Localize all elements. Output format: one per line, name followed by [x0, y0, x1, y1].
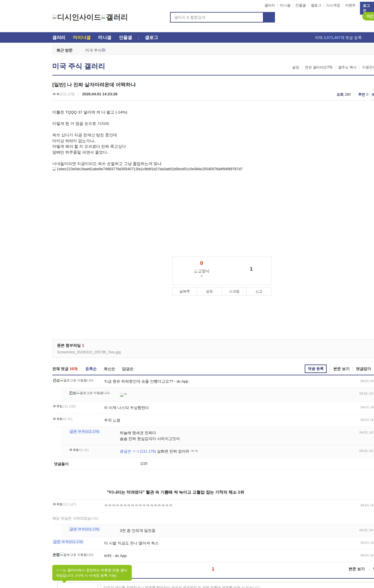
- broken-image-icon: [194, 269, 198, 273]
- util-link-gallog[interactable]: 갤로그: [311, 3, 321, 7]
- divider: |: [308, 4, 309, 7]
- view-post-link[interactable]: 본문 보기: [333, 366, 350, 372]
- dcinside-page: 갤러리|미니갤|인물갤|갤로그|디시게임|이벤트|디시콘 로그인 야간 모드 디…: [0, 0, 374, 588]
- comment-row: ㅇㅇ2(61.41) 주작 노잼 04.01 14: [52, 414, 374, 427]
- views-label: 조회: [337, 92, 344, 97]
- op-badge: 글쓴: [70, 527, 77, 531]
- comment-author[interactable]: 긴쇼갤로그로 이동합니다.: [69, 391, 115, 395]
- recent-visit-gallery-link[interactable]: 미국 주식ⓜ: [85, 48, 105, 53]
- comment-text: 지금 원유 하락중인데 숏을 안뺐다고요?? - dc App: [104, 379, 354, 384]
- attachment-box: 원본 첨부파일1 Screenshot_20230310_205735_Toss…: [52, 339, 374, 358]
- guide-link[interactable]: 이용안내: [362, 65, 374, 69]
- utility-links: 갤러리|미니갤|인물갤|갤로그|디시게임|이벤트|디시콘: [264, 3, 371, 8]
- comment-author[interactable]: ㅇㅇ3(121.147): [53, 502, 99, 506]
- search-button[interactable]: [264, 12, 275, 23]
- post-body-line: 이렇게 된 거 영끌 숏으로 가자며: [52, 121, 374, 127]
- post-body: 이틀전 TQQQ 37 달러에 싹 다 팔고 (-14%)이렇게 된 거 영끌 …: [52, 109, 374, 166]
- comment-row: 글쓴 ㅇㅇ(211.176) 아 시발 지금도 존나 떨어져 쏙스 04.01 …: [52, 537, 374, 550]
- util-link-dcgame[interactable]: 디시게임: [326, 3, 340, 7]
- post-body-line: [52, 115, 374, 121]
- broken-image-icon: [52, 15, 57, 19]
- comment-textarea[interactable]: [100, 582, 374, 588]
- close-comments-link[interactable]: 댓글닫기: [356, 366, 371, 372]
- post-title: [일반] 나 진짜 살자마려운데 어떡하냐: [52, 81, 374, 88]
- report-button[interactable]: 신고: [247, 287, 271, 295]
- sort-newest[interactable]: 최신순: [104, 366, 115, 372]
- comment-author[interactable]: ㅇㅇ2(61.41): [53, 417, 99, 421]
- view-post-link[interactable]: 본문 보기: [349, 567, 365, 571]
- comment-paging-row: 댓글돌이 1/20: [52, 458, 374, 470]
- nav-mini-gallery[interactable]: 미니갤: [98, 35, 111, 40]
- comment-author[interactable]: ㅇㅇ2(61.41): [69, 448, 115, 452]
- util-link-gallery[interactable]: 갤러리: [264, 3, 275, 7]
- copy-url-link[interactable]: 갤주소 복사: [338, 65, 356, 69]
- comment-row: 긴쇼갤로그로 이동합니다. 지금 원유 하락중인데 숏을 안뺐다고요?? - d…: [52, 375, 374, 388]
- comment-row: ㅇㅇ1(211.235) 어 이제 나스닥 우상향한다 04.01 14: [52, 402, 374, 414]
- attachment-count: 1: [82, 343, 84, 348]
- comment-author[interactable]: 긴쇼갤로그로 이동합니다.: [53, 378, 99, 382]
- related-galleries-link[interactable]: 연관 갤러리(1/79): [305, 65, 333, 69]
- comment-text: @글쓴 ㅇㅇ(211.176) 실화면 진짜 접어라 ㅋㅋ: [120, 448, 353, 454]
- post-body-line: [52, 127, 374, 133]
- attachment-filename[interactable]: Screenshot_20230310_205735_Toss.jpg: [57, 350, 374, 354]
- deleted-comment-row: 해당 댓글은 삭제되었습니다.: [52, 512, 374, 525]
- comment-date: 04.01 14: [361, 541, 374, 544]
- util-link-persongal[interactable]: 인물갤: [295, 3, 306, 7]
- comment-author[interactable]: ㅇㅇ1(211.235): [53, 404, 99, 408]
- divider: |: [359, 65, 360, 69]
- comment-jump-button[interactable]: 댓글: [370, 89, 374, 100]
- comment-author-op[interactable]: 글쓴 ㅇㅇ(211.176): [69, 429, 115, 434]
- nav-person-gallery[interactable]: 인물갤: [119, 35, 132, 40]
- comments-total: 전체 댓글 10개: [52, 367, 78, 371]
- post-body-line: 어떻게 해야 할 지 모르겠다 진짜 죽고싶다: [52, 144, 374, 149]
- comment-author-op[interactable]: 글쓴 ㅇㅇ(211.176): [69, 527, 115, 531]
- post-body-line: 이틀전 TQQQ 37 달러에 싹 다 팔고 (-14%): [52, 109, 374, 115]
- comment-author-op[interactable]: 글쓴 ㅇㅇ(211.176): [53, 540, 99, 544]
- nav-gallog[interactable]: 갤로그: [145, 35, 158, 40]
- divider: |: [352, 366, 353, 372]
- comment-date: 04.01 14: [361, 553, 374, 557]
- fixed-nick-label: 고정닉: [198, 269, 209, 273]
- comment-text: 버텨 - dc App: [104, 553, 354, 559]
- site-logo[interactable]: 디시인사이드갤러리: [52, 12, 128, 22]
- comment-date: 04.01 14:2: [359, 392, 374, 395]
- comment-register-button[interactable]: 댓글 등록: [305, 365, 327, 373]
- sort-registered[interactable]: 등록순: [85, 366, 97, 372]
- divider: |: [354, 92, 355, 97]
- scrap-button[interactable]: 스크랩: [222, 287, 247, 295]
- post-stats: 조회280 | 추천0: [337, 92, 368, 97]
- fixed-nick-upvote-count: 0: [184, 274, 219, 278]
- comment-author[interactable]: 순컴갤로그로 이동합니다.: [53, 552, 99, 557]
- op-badge: 글쓴: [53, 540, 60, 544]
- comments-header: 전체 댓글 10개 등록순 최신순 답글순 댓글 등록 | 본문 보기 | 댓글…: [52, 366, 374, 375]
- broken-image-icon: [60, 378, 63, 381]
- divider: |: [358, 4, 359, 7]
- post-body-line: [52, 155, 374, 161]
- minor-gallery-badge-icon: ⓜ: [102, 48, 105, 52]
- silbechu-button[interactable]: 실베추: [172, 287, 197, 295]
- post-header: [일반] 나 진짜 살자마려운데 어떡하냐 ㅇㅇ(211.176) | 2026…: [52, 75, 374, 101]
- broken-image-alt-text: 1ebec223e0dc2bae61abe9e74683776d35540713…: [57, 167, 243, 171]
- ad-block: "미나리는 약과였다" 혈관 속 기름때 싹 녹이고 고혈압 잡는 기적의 채소…: [52, 470, 374, 500]
- post-author[interactable]: ㅇㅇ: [52, 92, 60, 96]
- nav-gallery[interactable]: 갤러리: [52, 35, 65, 40]
- util-link-event[interactable]: 이벤트: [345, 3, 356, 7]
- sort-replies[interactable]: 답글순: [122, 366, 134, 372]
- comment-list: 긴쇼갤로그로 이동합니다. 지금 원유 하락중인데 숏을 안뺐다고요?? - d…: [52, 375, 374, 562]
- nickname-input[interactable]: [57, 582, 98, 588]
- search-input[interactable]: [170, 12, 264, 23]
- comment-text: 하늘에 맹세코 진짜다슬슬 진짜 현실감각이 사라지고잇어: [120, 430, 353, 442]
- reply-group: 글쓴 ㅇㅇ(211.176) 3천 좀 안되게 잃엇음 04.01 14:2: [62, 525, 374, 537]
- mention-link[interactable]: @글쓴 ㅇㅇ(211.176): [120, 449, 156, 453]
- comment-text: 어 이제 나스닥 우상향한다: [104, 405, 354, 411]
- settings-link[interactable]: 설정: [292, 65, 299, 69]
- nav-minor-gallery[interactable]: 마이너갤: [73, 35, 91, 40]
- divider: |: [368, 567, 369, 571]
- divider: |: [323, 4, 324, 7]
- share-button[interactable]: 공유: [197, 287, 222, 295]
- attachment-label: 원본 첨부파일1: [57, 343, 374, 348]
- post-broken-image: 1ebec223e0dc2bae61abe9e74683776d35540713…: [52, 167, 374, 171]
- post-body-line: 더이상 하락이 없는거냐..: [52, 138, 374, 144]
- util-link-minigal[interactable]: 미니갤: [280, 3, 290, 7]
- ad-link[interactable]: "미나리는 약과였다" 혈관 속 기름때 싹 녹이고 고혈압 잡는 기적의 채소…: [107, 490, 244, 495]
